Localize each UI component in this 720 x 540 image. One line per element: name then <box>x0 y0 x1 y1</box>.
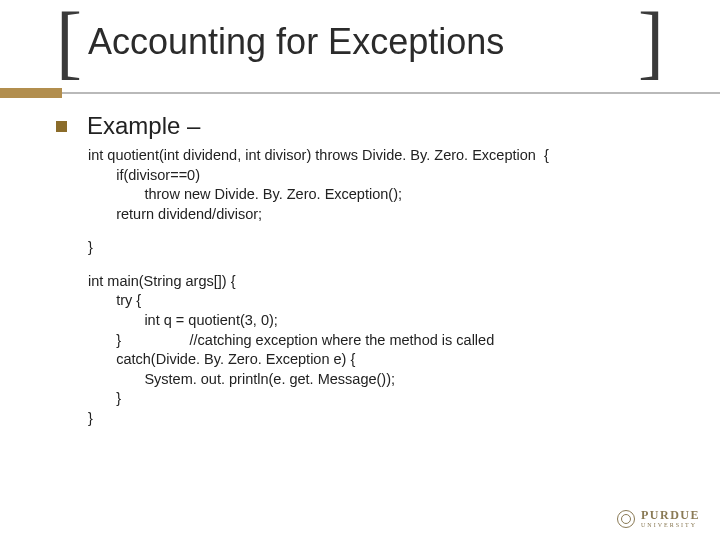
bullet-label: Example – <box>87 112 200 140</box>
code-line: } //catching exception where the method … <box>88 331 680 351</box>
code-line: if(divisor==0) <box>88 166 680 186</box>
code-block-quotient: int quotient(int dividend, int divisor) … <box>88 146 680 428</box>
code-line: System. out. println(e. get. Message()); <box>88 370 680 390</box>
bracket-right-icon: ] <box>638 1 664 83</box>
accent-divider <box>62 92 720 94</box>
code-line: int main(String args[]) { <box>88 272 680 292</box>
code-line: } <box>88 389 680 409</box>
accent-gold-block <box>0 88 62 98</box>
title-bar: [ Accounting for Exceptions ] <box>56 10 664 74</box>
code-line: } <box>88 238 680 258</box>
code-line: return dividend/divisor; <box>88 205 680 225</box>
seal-icon <box>617 510 635 528</box>
bracket-left-icon: [ <box>56 1 82 83</box>
code-line: int quotient(int dividend, int divisor) … <box>88 146 680 166</box>
code-line: catch(Divide. By. Zero. Exception e) { <box>88 350 680 370</box>
slide: [ Accounting for Exceptions ] Example – … <box>0 0 720 540</box>
code-line: int q = quotient(3, 0); <box>88 311 680 331</box>
bullet-row: Example – <box>56 112 680 140</box>
purdue-logo: PURDUE UNIVERSITY <box>617 509 700 528</box>
code-line: } <box>88 409 680 429</box>
logo-main: PURDUE <box>641 509 700 521</box>
slide-body: Example – int quotient(int dividend, int… <box>56 112 680 492</box>
code-line: try { <box>88 291 680 311</box>
accent-band <box>0 88 720 98</box>
logo-sub: UNIVERSITY <box>641 522 700 528</box>
slide-title: Accounting for Exceptions <box>88 21 504 63</box>
square-bullet-icon <box>56 121 67 132</box>
code-line: throw new Divide. By. Zero. Exception(); <box>88 185 680 205</box>
logo-text: PURDUE UNIVERSITY <box>641 509 700 528</box>
